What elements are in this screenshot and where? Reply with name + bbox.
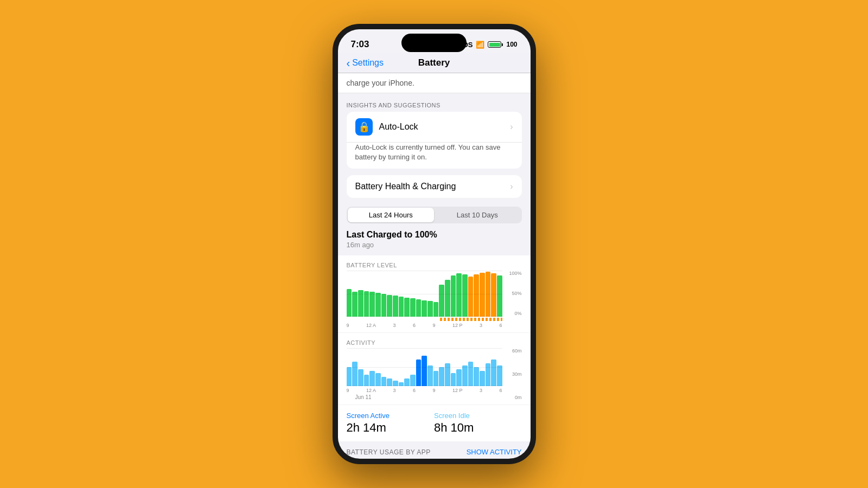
charge-title: Last Charged to 100% (347, 230, 522, 240)
act-x-9p: 9 (432, 388, 435, 393)
bar-18 (445, 280, 450, 317)
auto-lock-icon: 🔒 (355, 118, 373, 136)
wifi-icon: 📶 (476, 41, 484, 49)
screen-active-value: 2h 14m (347, 421, 435, 435)
bar-10 (399, 297, 404, 317)
bar-23 (474, 274, 479, 317)
back-chevron-icon: ‹ (347, 57, 350, 68)
act-bar-17 (439, 367, 444, 386)
act-bar-27 (497, 365, 502, 387)
battery-chart-section: BATTERY LEVEL (338, 255, 531, 332)
x-label-9am: 9 (347, 323, 349, 328)
bar-7 (381, 294, 387, 317)
charge-indicator (440, 318, 502, 321)
x-label-12a: 12 A (366, 323, 376, 328)
bar-21 (462, 274, 468, 317)
battery-icon (488, 41, 503, 48)
act-x-9: 9 (347, 388, 349, 393)
battery-chart-label: BATTERY LEVEL (347, 262, 522, 268)
activity-y-labels: 60m 30m 0m (512, 348, 522, 400)
bar-5 (369, 292, 375, 317)
status-bar: 7:03 SOS 📶 100 (338, 29, 531, 53)
act-x-12p: 12 P (452, 388, 463, 393)
show-activity-button[interactable]: SHOW ACTIVITY (467, 448, 522, 455)
usage-title: BATTERY USAGE BY APP (347, 448, 431, 455)
bar-13 (416, 299, 422, 317)
auto-lock-chevron-icon: › (510, 122, 513, 132)
auto-lock-row[interactable]: 🔒 Auto-Lock › (347, 112, 522, 143)
x-label-12p: 12 P (452, 323, 463, 328)
battery-health-label: Battery Health & Charging (355, 182, 510, 191)
bar-15 (427, 301, 433, 317)
auto-lock-label: Auto-Lock (379, 122, 510, 132)
activity-bars-wrapper (347, 348, 502, 386)
bar-2 (352, 292, 358, 317)
act-bar-23 (474, 367, 479, 386)
battery-x-labels: 9 12 A 3 6 9 12 P 3 6 (347, 323, 502, 328)
bar-9 (393, 296, 398, 317)
act-bar-11 (404, 378, 410, 386)
act-bar-5 (369, 371, 375, 386)
act-bar-16 (433, 371, 439, 386)
y-label-0: 0% (514, 311, 521, 316)
auto-lock-card: 🔒 Auto-Lock › Auto-Lock is currently tur… (347, 112, 522, 169)
act-bar-19 (451, 373, 456, 387)
battery-percent: 100 (506, 41, 517, 48)
battery-health-row[interactable]: Battery Health & Charging › (347, 175, 522, 198)
phone-frame: 7:03 SOS 📶 100 ‹ Settings Battery (333, 24, 536, 464)
bar-6 (375, 293, 381, 317)
status-time: 7:03 (351, 39, 369, 50)
act-bar-12 (410, 375, 416, 386)
act-bar-7 (381, 377, 387, 387)
x-label-3pm: 3 (480, 323, 482, 328)
bar-17 (439, 285, 444, 317)
battery-health-card: Battery Health & Charging › (347, 175, 522, 198)
activity-bars-area (347, 348, 502, 386)
charge-info: Last Charged to 100% 16m ago (338, 223, 531, 251)
last-10-days-tab[interactable]: Last 10 Days (434, 208, 521, 222)
screen-idle-stat: Screen Idle 8h 10m (434, 412, 522, 435)
bar-4 (364, 291, 369, 317)
charge-subtitle: 16m ago (347, 241, 522, 249)
scroll-content[interactable]: charge your iPhone. INSIGHTS AND SUGGEST… (338, 73, 531, 455)
act-bar-24 (480, 371, 485, 386)
bar-19 (451, 275, 456, 317)
status-indicators: SOS 📶 100 (458, 41, 518, 49)
act-bar-4 (364, 375, 369, 386)
battery-health-chevron-icon: › (510, 182, 513, 191)
act-bar-8 (387, 378, 392, 386)
activity-chart-label: ACTIVITY (347, 339, 522, 346)
x-label-6am: 6 (413, 323, 416, 328)
bar-20 (456, 273, 462, 317)
dynamic-island (401, 34, 467, 52)
time-period-toggle[interactable]: Last 24 Hours Last 10 Days (347, 207, 522, 223)
act-bar-15 (427, 365, 433, 387)
act-bar-3 (358, 369, 363, 387)
act-bar-2 (352, 362, 358, 387)
act-bar-13 (416, 359, 422, 386)
x-label-9pm: 9 (432, 323, 435, 328)
x-label-6pm: 6 (499, 323, 502, 328)
act-bar-14 (422, 356, 427, 386)
act-x-3p: 3 (480, 388, 482, 393)
battery-chart-container: 100% 50% 0% 9 12 A 3 6 9 12 P 3 6 (347, 271, 522, 328)
battery-y-labels: 100% 50% 0% (509, 271, 521, 316)
bar-26 (491, 273, 496, 317)
screen-idle-value: 8h 10m (434, 421, 522, 435)
act-y-60m: 60m (512, 348, 522, 354)
bar-14 (422, 300, 427, 317)
screen-stats-row: Screen Active 2h 14m Screen Idle 8h 10m (338, 405, 531, 441)
act-x-6: 6 (413, 388, 416, 393)
last-24-hours-tab[interactable]: Last 24 Hours (348, 208, 435, 222)
partial-charge-text: charge your iPhone. (338, 73, 531, 93)
bar-8 (387, 295, 392, 317)
act-y-0m: 0m (515, 395, 522, 400)
battery-bars-wrapper (347, 271, 502, 321)
battery-bars-area (347, 271, 502, 317)
back-button[interactable]: ‹ Settings (347, 57, 384, 68)
x-label-3am: 3 (393, 323, 395, 328)
bar-27 (497, 275, 502, 317)
y-label-100: 100% (509, 271, 521, 276)
bar-22 (468, 277, 474, 317)
insights-section-header: INSIGHTS AND SUGGESTIONS (338, 93, 531, 112)
